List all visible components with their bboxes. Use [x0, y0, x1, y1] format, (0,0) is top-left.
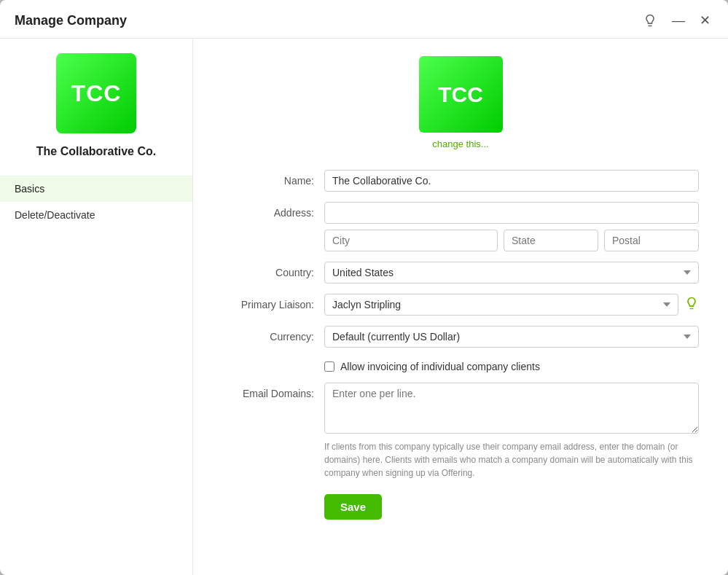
country-row: Country: United States Canada United Kin… [222, 262, 699, 283]
sidebar-company-name: The Collaborative Co. [25, 145, 168, 158]
main-logo-section: TCC change this... [222, 56, 699, 149]
address-row: Address: [222, 202, 699, 251]
modal-body: TCC The Collaborative Co. Basics Delete/… [0, 39, 728, 575]
email-domains-row: Email Domains: If clients from this comp… [222, 383, 699, 480]
title-bar: Manage Company — ✕ [0, 0, 728, 39]
postal-input[interactable] [604, 230, 699, 251]
sidebar-logo-text: TCC [71, 80, 122, 107]
liaison-row: Primary Liaison: Jaclyn Stripling [222, 294, 699, 316]
main-content: TCC change this... Name: Address: [193, 39, 728, 575]
email-domains-label: Email Domains: [222, 383, 324, 399]
invoicing-control-wrap: Allow invoicing of individual company cl… [324, 358, 699, 372]
minimize-button[interactable]: — [669, 12, 688, 28]
city-input[interactable] [324, 230, 498, 251]
country-select[interactable]: United States Canada United Kingdom Aust… [324, 262, 699, 283]
minimize-icon: — [672, 14, 685, 27]
close-button[interactable]: ✕ [697, 12, 713, 28]
email-domains-helper: If clients from this company typically u… [324, 440, 699, 480]
currency-row: Currency: Default (currently US Dollar) … [222, 326, 699, 348]
sidebar: TCC The Collaborative Co. Basics Delete/… [0, 39, 193, 575]
sidebar-logo: TCC [56, 53, 136, 133]
invoicing-checkbox-row: Allow invoicing of individual company cl… [324, 361, 699, 372]
country-control-wrap: United States Canada United Kingdom Aust… [324, 262, 699, 283]
close-icon: ✕ [700, 14, 711, 27]
email-domains-textarea[interactable] [324, 383, 699, 434]
lightbulb-icon [643, 13, 657, 28]
name-input[interactable] [324, 170, 699, 192]
name-row: Name: [222, 170, 699, 192]
address-label: Address: [222, 202, 324, 219]
currency-select[interactable]: Default (currently US Dollar) USD EUR GB… [324, 326, 699, 348]
save-row: Save [222, 494, 699, 520]
liaison-select-row: Jaclyn Stripling [324, 294, 699, 316]
change-logo-link[interactable]: change this... [432, 138, 488, 149]
name-control-wrap [324, 170, 699, 192]
manage-company-modal: Manage Company — ✕ TCC The Collaborative… [0, 0, 728, 575]
title-bar-actions: — ✕ [640, 12, 713, 29]
email-domains-control-wrap: If clients from this company typically u… [324, 383, 699, 480]
invoicing-label: Allow invoicing of individual company cl… [340, 361, 540, 372]
company-form: Name: Address: [222, 170, 699, 520]
modal-title: Manage Company [15, 13, 640, 28]
liaison-label: Primary Liaison: [222, 294, 324, 310]
currency-label: Currency: [222, 326, 324, 343]
lightbulb-button[interactable] [640, 12, 660, 29]
sidebar-item-basics[interactable]: Basics [0, 176, 192, 202]
invoicing-checkbox[interactable] [324, 361, 334, 372]
liaison-control-wrap: Jaclyn Stripling [324, 294, 699, 316]
invoicing-row: Allow invoicing of individual company cl… [222, 358, 699, 372]
sidebar-item-delete-deactivate[interactable]: Delete/Deactivate [0, 202, 192, 228]
liaison-lightbulb-icon [684, 296, 699, 314]
save-button[interactable]: Save [324, 494, 382, 520]
sidebar-nav: Basics Delete/Deactivate [0, 176, 192, 228]
state-input[interactable] [504, 230, 598, 251]
address-control-wrap [324, 202, 699, 251]
invoicing-spacer [222, 358, 324, 363]
address-input[interactable] [324, 202, 699, 224]
main-logo-text: TCC [438, 82, 483, 107]
currency-control-wrap: Default (currently US Dollar) USD EUR GB… [324, 326, 699, 348]
lightbulb-green-svg [684, 296, 699, 310]
liaison-select[interactable]: Jaclyn Stripling [324, 294, 678, 316]
name-label: Name: [222, 170, 324, 187]
country-label: Country: [222, 262, 324, 278]
main-logo: TCC [419, 56, 503, 133]
address-city-state-postal [324, 230, 699, 251]
